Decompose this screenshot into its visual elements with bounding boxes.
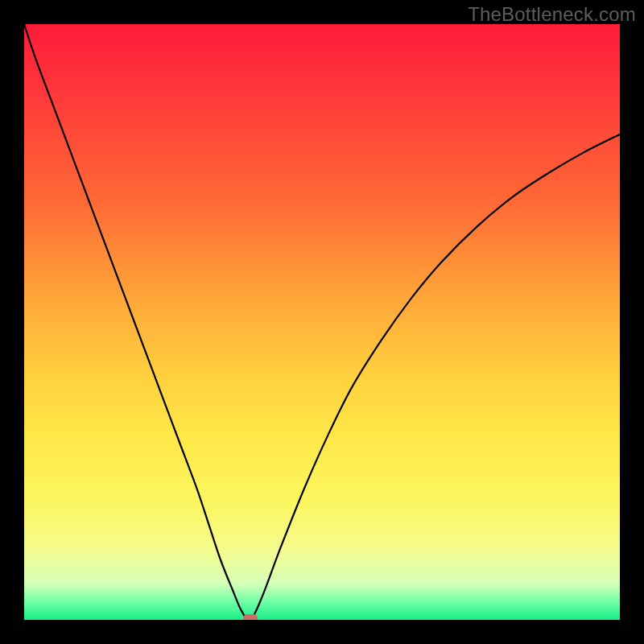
plot-area bbox=[24, 24, 620, 620]
watermark-text: TheBottleneck.com bbox=[468, 3, 636, 26]
chart-frame: TheBottleneck.com bbox=[0, 0, 644, 644]
bottleneck-curve bbox=[24, 24, 620, 620]
curve-layer bbox=[24, 24, 620, 620]
optimal-point-marker bbox=[243, 614, 258, 620]
